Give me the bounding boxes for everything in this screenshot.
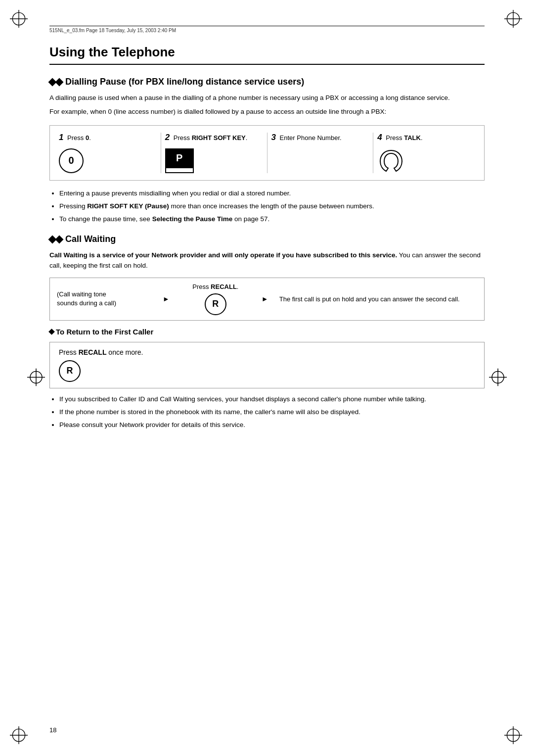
side-mark-right [489,369,507,388]
step-separator-2 [267,133,267,173]
step-4-label: 4 Press TALK. [377,133,422,142]
cw-col2: Press RECALL. R [174,278,258,320]
step-2-label: 2 Press RIGHT SOFT KEY. [165,133,248,142]
bullet-3-text-post: on page 57. [232,215,269,223]
call-waiting-intro: Call Waiting is a service of your Networ… [49,250,485,271]
cw-bullets: If you subscribed to Caller ID and Call … [59,394,485,430]
cw-bullet-1-text: If you subscribed to Caller ID and Call … [59,395,426,403]
step-4-icon [377,148,405,173]
cw-arrow1: ► [159,295,174,303]
page: 515NL_e_03.fm Page 18 Tuesday, July 15, … [0,0,534,756]
recall-key: R [205,293,226,315]
cw-result-text: The first call is put on hold and you ca… [279,294,460,304]
corner-mark-bl [10,726,30,746]
cw-bullet-1: If you subscribed to Caller ID and Call … [59,394,485,404]
p-key-container: P [165,148,194,173]
return-box: Press RECALL once more. R [49,342,485,388]
step-4-text-pre: Press [386,134,404,142]
bullet-1-text: Entering a pause prevents misdialling wh… [59,189,291,197]
arrow-right-icon-2: ► [262,295,268,303]
step-2: 2 Press RIGHT SOFT KEY. P [165,133,263,173]
step-4-text-post: . [421,134,423,142]
call-waiting-heading: Call Waiting [49,234,485,244]
corner-mark-br [504,726,524,746]
bullet-3: To change the pause time, see Selecting … [59,214,485,224]
return-diamond [48,329,55,335]
step-4-num: 4 [377,133,382,142]
cw-press-label: Press RECALL. [192,283,238,290]
return-recall-key: R [59,360,81,382]
step-1-text-pre: Press [67,134,86,142]
cw-bullet-2-text: If the phone number is stored in the pho… [59,408,360,416]
corner-mark-tr [504,10,524,30]
cw-recall-bold: RECALL [211,283,237,290]
step-2-icon: P [165,148,194,173]
side-mark-left [27,369,45,388]
arrow-right-icon-1: ► [163,295,170,303]
step-1-label: 1 Press 0. [59,133,91,142]
talk-key-icon [377,148,405,173]
step-4: 4 Press TALK. [377,133,475,173]
page-number: 18 [49,726,56,734]
call-waiting-title: Call Waiting [65,234,116,244]
bullet-2-text-post: more than once increases the length of t… [169,202,374,210]
return-press-post: once more. [106,348,143,356]
step-3-text: Enter Phone Number. [280,134,342,142]
header-strip: 515NL_e_03.fm Page 18 Tuesday, July 15, … [49,26,485,33]
return-heading-text: To Return to the First Caller [56,328,153,336]
main-content: Using the Telephone Dialling Pause (for … [49,45,485,430]
zero-key: 0 [59,148,84,173]
cw-diamonds [49,235,62,242]
step-3-label: 3 Enter Phone Number. [271,133,342,142]
dialling-pause-section: Dialling Pause (for PBX line/long distan… [49,77,485,224]
step-2-text-pre: Press [174,134,192,142]
p-key: P [165,148,194,168]
step-3: 3 Enter Phone Number. [271,133,369,146]
dialling-pause-intro-1: A dialling pause is used when a pause in… [49,93,485,103]
header-file-info: 515NL_e_03.fm Page 18 Tuesday, July 15, … [49,28,176,33]
dialling-pause-bullets: Entering a pause prevents misdialling wh… [59,189,485,225]
step-separator-3 [373,133,373,173]
step-1-text-post: . [89,134,91,142]
section-diamonds [49,78,62,85]
cw-bullet-3: Please consult your Network provider for… [59,420,485,430]
dialling-pause-title: Dialling Pause (for PBX line/long distan… [65,77,304,87]
return-box-text: Press RECALL once more. [59,348,475,356]
dialling-pause-intro-2: For example, when 0 (line access number)… [49,107,485,117]
step-2-text-post: . [246,134,248,142]
cw-diamond-2 [55,236,64,244]
step-4-key: TALK [404,134,421,142]
step-1-icon: 0 [59,148,84,173]
cw-arrow2: ► [258,295,272,303]
return-to-first-section: To Return to the First Caller Press RECA… [49,328,485,388]
step-1-num: 1 [59,133,63,142]
step-3-num: 3 [271,133,276,142]
return-heading: To Return to the First Caller [49,328,485,336]
bullet-1: Entering a pause prevents misdialling wh… [59,189,485,198]
cw-bullet-3-text: Please consult your Network provider for… [59,421,245,428]
cw-intro-bold: Call Waiting is a service of your Networ… [49,251,397,259]
p-key-bottom [165,168,194,173]
bullet-2-text-pre: Pressing [59,202,87,210]
cw-bullet-2: If the phone number is stored in the pho… [59,407,485,417]
corner-mark-tl [10,10,30,30]
cw-col3: The first call is put on hold and you ca… [272,289,484,309]
call-waiting-table: (Call waiting tonesounds during a call) … [49,278,485,321]
bullet-3-text-pre: To change the pause time, see [59,215,152,223]
dialling-pause-heading: Dialling Pause (for PBX line/long distan… [49,77,485,87]
return-press-pre: Press [59,348,79,356]
cw-tone-text: (Call waiting tonesounds during a call) [57,290,116,307]
p-letter: P [176,152,182,164]
return-recall-bold: RECALL [79,348,107,356]
cw-col1: (Call waiting tonesounds during a call) [50,285,159,313]
steps-box: 1 Press 0. 0 2 Press RIGHT SOFT KEY. [49,125,485,181]
bullet-2-bold: RIGHT SOFT KEY (Pause) [87,202,169,210]
step-separator-1 [161,133,161,173]
bullet-2: Pressing RIGHT SOFT KEY (Pause) more tha… [59,201,485,211]
page-title: Using the Telephone [49,45,485,65]
step-2-num: 2 [165,133,170,142]
call-waiting-section: Call Waiting Call Waiting is a service o… [49,234,485,430]
bullet-3-bold: Selecting the Pause Time [152,215,233,223]
diamond-icon-2 [55,78,64,87]
cw-table-row: (Call waiting tonesounds during a call) … [50,278,484,320]
